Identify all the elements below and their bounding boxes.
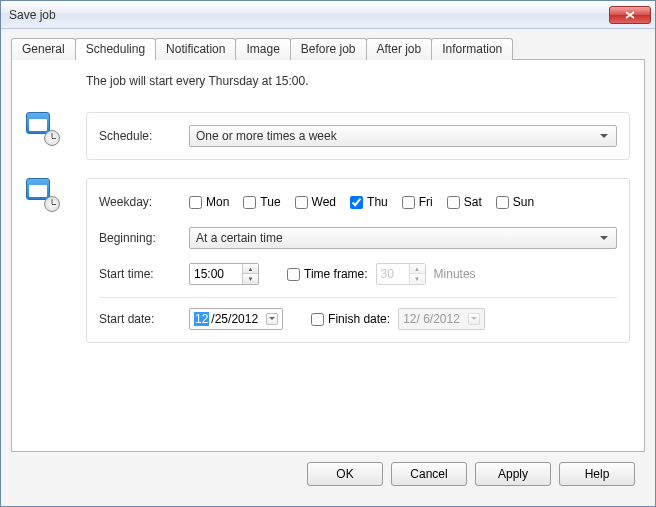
tabstrip: General Scheduling Notification Image Be…	[11, 38, 645, 60]
checkbox-sun[interactable]	[496, 196, 509, 209]
finish-date-picker: 12/ 6/2012	[398, 308, 485, 330]
tab-scheduling[interactable]: Scheduling	[75, 38, 156, 60]
dialog-content: General Scheduling Notification Image Be…	[1, 29, 655, 506]
spin-down-icon: ▼	[410, 274, 425, 284]
ok-button[interactable]: OK	[307, 462, 383, 486]
save-job-dialog: Save job General Scheduling Notification…	[0, 0, 656, 507]
date-dropdown-icon	[468, 313, 480, 325]
tab-image[interactable]: Image	[235, 38, 290, 60]
weekday-tue[interactable]: Tue	[243, 195, 280, 209]
spin-down-icon[interactable]: ▼	[243, 274, 258, 284]
tab-before-job[interactable]: Before job	[290, 38, 367, 60]
schedule-combo-value: One or more times a week	[196, 129, 337, 143]
start-date-picker[interactable]: 12/25/2012	[189, 308, 283, 330]
checkbox-mon[interactable]	[189, 196, 202, 209]
tab-information[interactable]: Information	[431, 38, 513, 60]
tab-pane-scheduling: The job will start every Thursday at 15:…	[11, 59, 645, 452]
checkbox-finish-date[interactable]	[311, 313, 324, 326]
cancel-button[interactable]: Cancel	[391, 462, 467, 486]
calendar-clock-icon	[26, 178, 58, 210]
schedule-summary: The job will start every Thursday at 15:…	[86, 74, 630, 88]
finish-date-value: 12/ 6/2012	[403, 312, 460, 326]
weekday-thu[interactable]: Thu	[350, 195, 388, 209]
chevron-down-icon	[596, 128, 612, 144]
tab-general[interactable]: General	[11, 38, 76, 60]
weekday-label: Weekday:	[99, 195, 189, 209]
beginning-combo-value: At a certain time	[196, 231, 283, 245]
checkbox-fri[interactable]	[402, 196, 415, 209]
weekday-checks: Mon Tue Wed Thu Fri Sat Sun	[189, 195, 534, 209]
help-button[interactable]: Help	[559, 462, 635, 486]
calendar-clock-icon	[26, 112, 58, 144]
chevron-down-icon	[596, 230, 612, 246]
weekday-mon[interactable]: Mon	[189, 195, 229, 209]
beginning-combo[interactable]: At a certain time	[189, 227, 617, 249]
date-dropdown-icon[interactable]	[266, 313, 278, 325]
apply-button[interactable]: Apply	[475, 462, 551, 486]
finish-date-check[interactable]: Finish date:	[311, 312, 390, 326]
weekday-sat[interactable]: Sat	[447, 195, 482, 209]
checkbox-time-frame[interactable]	[287, 268, 300, 281]
checkbox-tue[interactable]	[243, 196, 256, 209]
schedule-combo[interactable]: One or more times a week	[189, 125, 617, 147]
start-time-input[interactable]	[190, 267, 242, 281]
close-icon	[625, 11, 635, 19]
spin-up-icon[interactable]: ▲	[243, 264, 258, 274]
time-frame-minutes-spinner: ▲ ▼	[376, 263, 426, 285]
checkbox-wed[interactable]	[295, 196, 308, 209]
time-frame-unit: Minutes	[434, 267, 476, 281]
start-date-label: Start date:	[99, 312, 189, 326]
start-time-spinner[interactable]: ▲ ▼	[189, 263, 259, 285]
time-frame-check[interactable]: Time frame:	[287, 267, 368, 281]
tab-after-job[interactable]: After job	[366, 38, 433, 60]
weekday-wed[interactable]: Wed	[295, 195, 336, 209]
time-frame-minutes-input	[377, 267, 409, 281]
start-date-month-selected[interactable]: 12	[194, 312, 209, 326]
window-title: Save job	[9, 8, 609, 22]
weekday-sun[interactable]: Sun	[496, 195, 534, 209]
start-time-label: Start time:	[99, 267, 189, 281]
schedule-label: Schedule:	[99, 129, 189, 143]
divider	[99, 297, 617, 298]
checkbox-sat[interactable]	[447, 196, 460, 209]
checkbox-thu[interactable]	[350, 196, 363, 209]
schedule-section: Schedule: One or more times a week	[26, 112, 630, 160]
beginning-label: Beginning:	[99, 231, 189, 245]
start-date-rest[interactable]: /25/2012	[211, 312, 258, 326]
close-button[interactable]	[609, 6, 651, 24]
timing-section: Weekday: Mon Tue Wed Thu Fri Sat Sun Beg…	[26, 178, 630, 343]
dialog-footer: OK Cancel Apply Help	[11, 452, 645, 496]
weekday-fri[interactable]: Fri	[402, 195, 433, 209]
spin-up-icon: ▲	[410, 264, 425, 274]
titlebar: Save job	[1, 1, 655, 29]
tab-notification[interactable]: Notification	[155, 38, 236, 60]
